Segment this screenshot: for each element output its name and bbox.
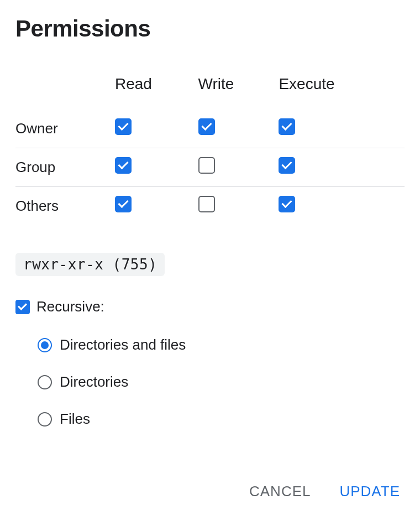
table-row-others: Others — [15, 187, 405, 226]
radio-label-dirs-and-files: Directories and files — [60, 336, 186, 353]
mode-string: rwxr-xr-x (755) — [15, 253, 165, 276]
page-title: Permissions — [15, 15, 405, 42]
checkbox-others-read[interactable] — [115, 196, 132, 212]
table-row-owner: Owner — [15, 110, 405, 148]
row-label-group: Group — [15, 148, 115, 187]
recursive-label: Recursive: — [36, 298, 104, 315]
column-header-execute: Execute — [279, 75, 405, 110]
checkbox-recursive[interactable] — [15, 300, 30, 314]
checkbox-group-write[interactable] — [198, 157, 215, 174]
checkbox-group-read[interactable] — [115, 157, 132, 174]
permissions-table: Read Write Execute Owner Group Others — [15, 75, 405, 225]
cancel-button[interactable]: CANCEL — [246, 479, 314, 505]
radio-directories[interactable] — [38, 375, 52, 389]
checkbox-others-write[interactable] — [198, 196, 215, 212]
button-bar: CANCEL UPDATE — [246, 479, 403, 505]
radio-dirs-and-files[interactable] — [38, 338, 52, 352]
table-row-group: Group — [15, 148, 405, 187]
checkbox-others-execute[interactable] — [279, 196, 295, 212]
recursive-options: Directories and files Directories Files — [38, 326, 405, 438]
checkbox-owner-execute[interactable] — [279, 118, 295, 135]
column-header-read: Read — [115, 75, 198, 110]
row-label-owner: Owner — [15, 110, 115, 148]
checkbox-owner-read[interactable] — [115, 118, 132, 135]
column-header-write: Write — [198, 75, 279, 110]
radio-label-files: Files — [60, 410, 90, 428]
radio-files[interactable] — [38, 412, 52, 427]
row-label-others: Others — [15, 187, 115, 226]
checkbox-owner-write[interactable] — [198, 118, 215, 135]
update-button[interactable]: UPDATE — [336, 479, 403, 505]
checkbox-group-execute[interactable] — [279, 157, 295, 174]
radio-label-directories: Directories — [60, 373, 128, 391]
